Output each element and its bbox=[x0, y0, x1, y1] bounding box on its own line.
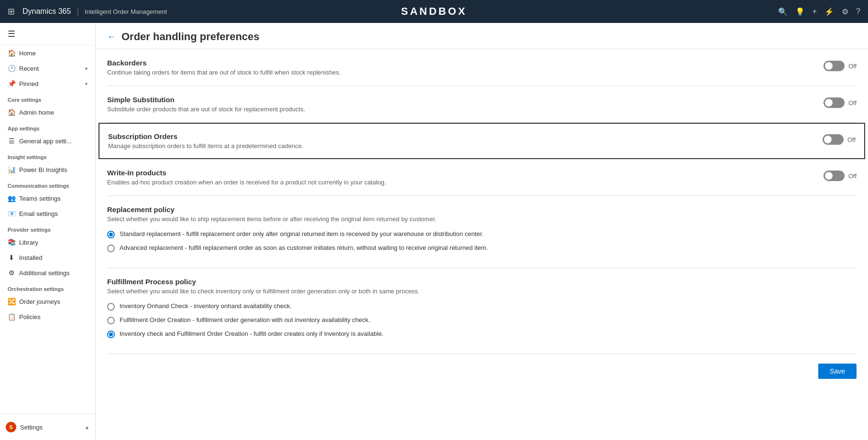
toggle-label-write-in: Off bbox=[848, 172, 857, 180]
home-icon: 🏠 bbox=[8, 49, 15, 57]
sidebar-item-pinned[interactable]: 📌 Pinned ▾ bbox=[0, 76, 95, 91]
page-title: Order handling preferences bbox=[121, 31, 260, 43]
radio-button-inventory-onhand[interactable] bbox=[107, 303, 115, 311]
setting-name-backorders: Backorders bbox=[107, 59, 804, 67]
toggle-track bbox=[823, 134, 844, 145]
back-button[interactable]: ← bbox=[107, 32, 116, 42]
toggle-container-write-in: Off bbox=[824, 171, 857, 181]
setting-name-subscription: Subscription Orders bbox=[108, 132, 803, 140]
admin-home-icon: 🏠 bbox=[8, 108, 15, 116]
sidebar-item-recent[interactable]: 🕐 Recent ▾ bbox=[0, 61, 95, 76]
filter-icon[interactable]: ⚡ bbox=[824, 7, 834, 16]
sidebar-item-policies[interactable]: 📋 Policies bbox=[0, 309, 95, 324]
sidebar-item-library[interactable]: 📚 Library bbox=[0, 235, 95, 250]
radio-button-standard[interactable] bbox=[107, 231, 115, 238]
toggle-container-backorders: Off bbox=[824, 61, 857, 71]
radio-button-fulfillment-order[interactable] bbox=[107, 317, 115, 324]
toggle-track bbox=[824, 61, 845, 71]
sidebar-item-recent-label: Recent bbox=[19, 65, 39, 72]
setting-row-write-in: Write-In products Enables ad-hoc product… bbox=[107, 159, 857, 196]
radio-option-standard[interactable]: Standard replacement - fulfill replaceme… bbox=[107, 230, 857, 238]
sidebar: ☰ 🏠 Home 🕐 Recent ▾ 📌 Pinned ▾ Core sett… bbox=[0, 23, 96, 440]
email-icon: 📧 bbox=[8, 210, 15, 217]
toggle-thumb bbox=[825, 62, 833, 70]
module-name: Intelligent Order Management bbox=[85, 8, 167, 15]
toggle-write-in[interactable] bbox=[824, 171, 845, 181]
radio-label-inventory-onhand: Inventory Onhand Check - inventory onhan… bbox=[120, 302, 292, 310]
brand-area: Dynamics 365 | Intelligent Order Managem… bbox=[22, 7, 167, 17]
radio-option-inventory-onhand[interactable]: Inventory Onhand Check - inventory onhan… bbox=[107, 302, 857, 311]
sidebar-item-home-label: Home bbox=[19, 50, 36, 57]
sidebar-item-power-bi-label: Power Bi Insights bbox=[19, 166, 67, 173]
sidebar-item-admin-home[interactable]: 🏠 Admin home bbox=[0, 105, 95, 120]
setting-desc-subscription: Manage subscription orders to fulfill it… bbox=[108, 142, 803, 150]
setting-desc-substitution: Substitute order products that are out o… bbox=[107, 106, 804, 113]
toggle-container-subscription: Off bbox=[823, 134, 856, 145]
radio-option-inventory-and-fulfillment[interactable]: Inventory check and Fulfillment Order Cr… bbox=[107, 330, 857, 338]
sidebar-settings-item[interactable]: S Settings ▲ bbox=[0, 418, 95, 436]
replacement-policy-section: Replacement policy Select whether you wo… bbox=[107, 196, 857, 268]
hamburger-icon[interactable]: ☰ bbox=[0, 23, 95, 45]
toggle-substitution[interactable] bbox=[824, 97, 845, 108]
setting-info-write-in: Write-In products Enables ad-hoc product… bbox=[107, 169, 804, 186]
sidebar-item-installed-label: Installed bbox=[19, 254, 42, 261]
help-icon[interactable]: ? bbox=[856, 7, 860, 16]
main-content: ← Order handling preferences Backorders … bbox=[96, 23, 868, 440]
waffle-icon[interactable]: ⊞ bbox=[8, 6, 15, 17]
radio-option-advanced[interactable]: Advanced replacement - fulfill replaceme… bbox=[107, 244, 857, 252]
pinned-icon: 📌 bbox=[8, 80, 15, 87]
sidebar-item-email[interactable]: 📧 Email settings bbox=[0, 206, 95, 221]
sidebar-item-home[interactable]: 🏠 Home bbox=[0, 45, 95, 61]
fulfillment-policy-section: Fulfillment Process policy Select whethe… bbox=[107, 268, 857, 354]
chevron-down-icon: ▾ bbox=[85, 81, 88, 86]
setting-row-substitution: Simple Substitution Substitute order pro… bbox=[107, 86, 857, 123]
brand-name[interactable]: Dynamics 365 bbox=[22, 7, 71, 16]
sidebar-bottom: S Settings ▲ bbox=[0, 414, 95, 440]
setting-name-write-in: Write-In products bbox=[107, 169, 804, 177]
topnav-icons: 🔍 💡 + ⚡ ⚙ ? bbox=[778, 7, 860, 16]
order-journeys-icon: 🔀 bbox=[8, 298, 15, 305]
sidebar-item-email-label: Email settings bbox=[19, 210, 58, 217]
sidebar-item-general-app[interactable]: ☰ General app setti... bbox=[0, 133, 95, 149]
sidebar-item-teams[interactable]: 👥 Teams settings bbox=[0, 191, 95, 206]
toggle-label-backorders: Off bbox=[848, 63, 857, 70]
setting-info-backorders: Backorders Continue taking orders for it… bbox=[107, 59, 804, 76]
sidebar-item-power-bi[interactable]: 📊 Power Bi Insights bbox=[0, 162, 95, 177]
sidebar-item-additional-label: Additional settings bbox=[19, 269, 70, 277]
save-bar: Save bbox=[107, 354, 857, 379]
toggle-thumb bbox=[824, 136, 832, 143]
radio-button-advanced[interactable] bbox=[107, 245, 115, 252]
toggle-backorders[interactable] bbox=[824, 61, 845, 71]
policies-icon: 📋 bbox=[8, 313, 15, 321]
teams-icon: 👥 bbox=[8, 194, 15, 202]
top-navigation: ⊞ Dynamics 365 | Intelligent Order Manag… bbox=[0, 0, 868, 23]
add-icon[interactable]: + bbox=[813, 7, 817, 16]
sidebar-item-order-journeys-label: Order journeys bbox=[19, 298, 60, 305]
sidebar-item-installed[interactable]: ⬇ Installed bbox=[0, 250, 95, 265]
search-icon[interactable]: 🔍 bbox=[778, 7, 788, 16]
notification-icon[interactable]: 💡 bbox=[795, 7, 805, 16]
settings-icon[interactable]: ⚙ bbox=[842, 7, 848, 16]
brand-divider: | bbox=[77, 7, 79, 17]
sidebar-item-order-journeys[interactable]: 🔀 Order journeys bbox=[0, 294, 95, 309]
save-button[interactable]: Save bbox=[818, 364, 857, 379]
toggle-thumb bbox=[825, 172, 833, 180]
sidebar-nav: 🏠 Home 🕐 Recent ▾ 📌 Pinned ▾ Core settin… bbox=[0, 45, 95, 414]
chevron-up-icon: ▲ bbox=[85, 425, 89, 430]
setting-name-substitution: Simple Substitution bbox=[107, 96, 804, 104]
library-icon: 📚 bbox=[8, 238, 15, 246]
radio-option-fulfillment-order[interactable]: Fulfillment Order Creation - fulfillment… bbox=[107, 316, 857, 324]
general-app-icon: ☰ bbox=[8, 137, 15, 145]
sidebar-item-general-app-label: General app setti... bbox=[19, 138, 72, 145]
toggle-subscription[interactable] bbox=[823, 134, 844, 145]
sidebar-item-additional[interactable]: ⚙ Additional settings bbox=[0, 265, 95, 280]
setting-desc-backorders: Continue taking orders for items that ar… bbox=[107, 69, 804, 76]
radio-label-fulfillment-order: Fulfillment Order Creation - fulfillment… bbox=[120, 316, 370, 323]
provider-settings-header: Provider settings bbox=[0, 221, 95, 235]
radio-label-inventory-and-fulfillment: Inventory check and Fulfillment Order Cr… bbox=[120, 330, 384, 337]
power-bi-icon: 📊 bbox=[8, 166, 15, 173]
radio-button-inventory-and-fulfillment[interactable] bbox=[107, 331, 115, 338]
sidebar-item-pinned-label: Pinned bbox=[19, 80, 38, 87]
sandbox-title: SANDBOX bbox=[401, 5, 467, 18]
fulfillment-policy-title: Fulfillment Process policy bbox=[107, 278, 857, 286]
